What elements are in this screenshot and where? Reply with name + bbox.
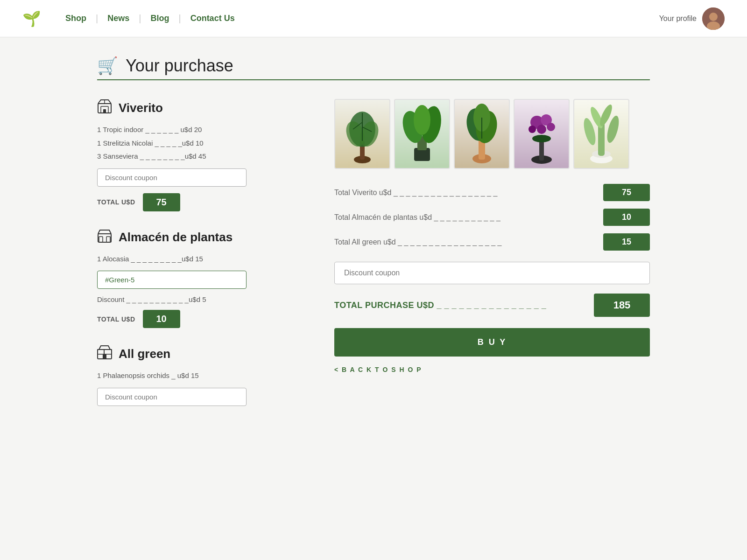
vendor-allgreen-header: All green — [97, 345, 312, 363]
total-allgreen-row: Total All green u$d _ _ _ _ _ _ _ _ _ _ … — [334, 233, 650, 251]
svg-rect-8 — [99, 237, 103, 242]
grand-total-row: TOTAL purchase u$d _ _ _ _ _ _ _ _ _ _ _… — [334, 294, 650, 317]
svg-rect-12 — [98, 350, 104, 354]
list-item: 1 Strelitzia Nicolai _ _ _ _ _u$d 10 — [97, 138, 312, 149]
avatar-image — [702, 7, 725, 30]
vendor-almacen-name: Almacén de plantas — [119, 230, 233, 245]
nav-blog-link[interactable]: Blog — [141, 14, 178, 23]
svg-rect-13 — [104, 350, 112, 354]
buy-button[interactable]: B U Y — [334, 328, 650, 357]
page-title-row: 🛒 Your purchase — [97, 56, 650, 76]
store2-icon — [97, 228, 112, 243]
plant-svg-4 — [521, 104, 563, 164]
vendor-allgreen: All green 1 Phalaenopsis orchids _ u$d 1… — [97, 345, 312, 413]
svg-rect-35 — [539, 141, 544, 161]
grand-total-label: TOTAL purchase u$d _ _ _ _ _ _ _ _ _ _ _… — [334, 301, 546, 310]
vendor-viverito: Viverito 1 Tropic indoor _ _ _ _ _ _ u$d… — [97, 99, 312, 211]
plant-image-3 — [454, 99, 510, 169]
store3-icon — [97, 345, 112, 360]
svg-point-39 — [529, 126, 536, 133]
total-almacen-label: Total Almacén de plantas u$d _ _ _ _ _ _… — [334, 213, 500, 222]
logo-icon: 🌱 — [22, 10, 41, 28]
plant-images-row — [334, 99, 650, 169]
viverito-total-badge: 75 — [143, 193, 180, 211]
totals-section: Total Viverito u$d _ _ _ _ _ _ _ _ _ _ _… — [334, 184, 650, 251]
page-title: Your purchase — [126, 56, 233, 76]
total-almacen-value: 10 — [603, 209, 650, 226]
vendor-allgreen-icon — [97, 345, 112, 363]
total-allgreen-value: 15 — [603, 233, 650, 251]
total-viverito-row: Total Viverito u$d _ _ _ _ _ _ _ _ _ _ _… — [334, 184, 650, 201]
svg-rect-6 — [103, 109, 106, 113]
cart-icon: 🛒 — [97, 56, 118, 76]
vendor-allgreen-items: 1 Phalaenopsis orchids _ u$d 15 — [97, 371, 312, 381]
page-container: 🛒 Your purchase — [75, 37, 672, 448]
total-almacen-row: Total Almacén de plantas u$d _ _ _ _ _ _… — [334, 209, 650, 226]
svg-rect-7 — [98, 234, 111, 242]
svg-point-38 — [537, 125, 546, 134]
main-layout: Viverito 1 Tropic indoor _ _ _ _ _ _ u$d… — [97, 99, 650, 429]
svg-point-1 — [709, 13, 718, 21]
almacen-total-badge: 10 — [143, 310, 180, 328]
plant-svg-2 — [401, 104, 443, 164]
list-item: 1 Phalaenopsis orchids _ u$d 15 — [97, 371, 312, 381]
navbar: 🌱 Shop | News | Blog | Contact Us Your p… — [0, 0, 747, 37]
vendor-viverito-header: Viverito — [97, 99, 312, 117]
svg-point-41 — [532, 135, 551, 142]
back-to-shop-link[interactable]: < B A C K T O S H O P — [334, 366, 650, 373]
list-item: 1 Alocasia _ _ _ _ _ _ _ _ _u$d 15 — [97, 254, 312, 265]
vendor-almacen: Almacén de plantas 1 Alocasia _ _ _ _ _ … — [97, 228, 312, 329]
plant-image-2 — [394, 99, 450, 169]
list-item: 1 Tropic indoor _ _ _ _ _ _ u$d 20 — [97, 125, 312, 135]
profile-section[interactable]: Your profile — [659, 7, 725, 30]
vendor-almacen-icon — [97, 228, 112, 246]
total-allgreen-label: Total All green u$d _ _ _ _ _ _ _ _ _ _ … — [334, 238, 502, 246]
left-column: Viverito 1 Tropic indoor _ _ _ _ _ _ u$d… — [97, 99, 312, 429]
nav-shop-link[interactable]: Shop — [56, 14, 96, 23]
right-column: Total Viverito u$d _ _ _ _ _ _ _ _ _ _ _… — [334, 99, 650, 429]
viverito-total-label: TOTAL u$d — [97, 198, 135, 206]
vendor-viverito-name: Viverito — [119, 101, 163, 115]
total-viverito-label: Total Viverito u$d _ _ _ _ _ _ _ _ _ _ _… — [334, 189, 497, 197]
allgreen-coupon-input[interactable] — [97, 388, 247, 406]
grand-total-badge: 185 — [594, 294, 650, 317]
vendor-almacen-items: 1 Alocasia _ _ _ _ _ _ _ _ _u$d 15 — [97, 254, 312, 265]
plant-svg-3 — [461, 104, 503, 164]
svg-rect-9 — [106, 237, 110, 242]
vendor-viverito-items: 1 Tropic indoor _ _ _ _ _ _ u$d 20 1 Str… — [97, 125, 312, 162]
plant-image-5 — [573, 99, 629, 169]
almacen-coupon-input[interactable] — [97, 271, 247, 289]
almacen-total-row: TOTAL u$d 10 — [97, 310, 312, 328]
store-icon — [97, 99, 112, 114]
global-coupon-input[interactable] — [334, 262, 650, 284]
vendor-allgreen-name: All green — [119, 347, 170, 361]
svg-rect-14 — [103, 354, 106, 359]
nav-links: Shop | News | Blog | Contact Us — [56, 13, 659, 24]
plant-image-4 — [514, 99, 570, 169]
avatar[interactable] — [702, 7, 725, 30]
total-viverito-value: 75 — [603, 184, 650, 201]
vendor-viverito-icon — [97, 99, 112, 117]
vendor-almacen-header: Almacén de plantas — [97, 228, 312, 246]
svg-point-27 — [414, 105, 430, 135]
plant-svg-5 — [580, 104, 622, 164]
nav-contact-link[interactable]: Contact Us — [181, 14, 244, 23]
list-item: 3 Sanseviera _ _ _ _ _ _ _ _u$d 45 — [97, 151, 312, 162]
viverito-coupon-input[interactable] — [97, 168, 247, 187]
plant-image-1 — [334, 99, 390, 169]
almacen-discount-line: Discount _ _ _ _ _ _ _ _ _ _ _u$d 5 — [97, 295, 312, 303]
title-divider — [97, 79, 650, 80]
svg-point-40 — [547, 123, 555, 131]
almacen-total-label: TOTAL u$d — [97, 315, 135, 323]
plant-svg-1 — [341, 104, 383, 164]
profile-label: Your profile — [659, 14, 697, 23]
viverito-total-row: TOTAL u$d 75 — [97, 193, 312, 211]
nav-news-link[interactable]: News — [98, 14, 139, 23]
